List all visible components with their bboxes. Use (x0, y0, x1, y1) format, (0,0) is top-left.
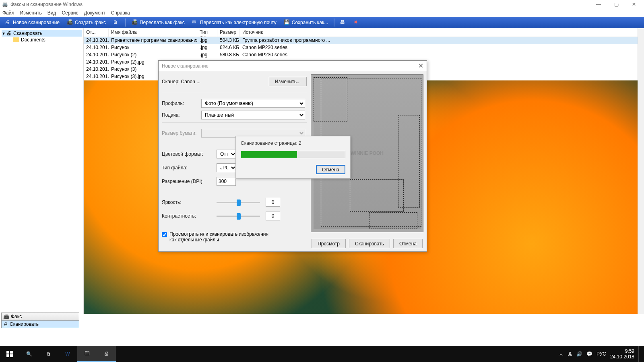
dialog-close-button[interactable]: ✕ (418, 62, 423, 70)
slider-thumb[interactable] (237, 213, 241, 220)
cell-date: 24.10.201... (84, 66, 109, 73)
svg-rect-3 (10, 354, 13, 357)
separate-files-checkbox[interactable] (162, 232, 167, 237)
selection-rect[interactable] (350, 179, 404, 212)
tab-scan[interactable]: 🖨Сканировать (1, 320, 79, 328)
toolbar-forward-email[interactable]: ✉Переслать как электронную почту (190, 18, 279, 27)
vertical-scrollbar[interactable] (638, 28, 644, 314)
profile-select[interactable]: Фото (По умолчанию) (201, 99, 305, 108)
col-header-size[interactable]: Размер (217, 28, 240, 37)
dialog-titlebar: Новое сканирование ✕ (159, 61, 427, 71)
window-controls: — ▢ ✕ (593, 2, 642, 7)
col-header-type[interactable]: Тип фа... (197, 28, 217, 37)
contrast-slider[interactable] (217, 216, 260, 217)
tree-scan-root[interactable]: ▾ 🖨 Сканировать (2, 30, 82, 37)
col-header-name[interactable]: Имя файла (109, 28, 197, 37)
menu-tools[interactable]: Сервис (62, 10, 78, 16)
menu-file[interactable]: Файл (2, 10, 14, 16)
tray-language[interactable]: РУС (597, 351, 606, 357)
color-format-label: Цветовой формат: (162, 151, 217, 157)
cell-type: .jpg (197, 51, 217, 59)
color-format-select[interactable]: Оттенки (217, 150, 237, 158)
list-row[interactable]: 24.10.201...Рисунок.jpg624.6 КБCanon MP2… (84, 44, 644, 51)
toolbar-save-as-label: Сохранить как... (292, 20, 328, 25)
dialog-title-text: Новое сканирование (162, 63, 208, 69)
toolbar-new-scan[interactable]: 🖨Новое сканирование (2, 18, 62, 27)
scanner-icon: 🖨 (5, 19, 11, 26)
cell-size: 504.3 КБ (217, 37, 240, 44)
slider-thumb[interactable] (237, 200, 241, 206)
dialog-footer: Просмотр Сканировать Отмена (312, 239, 423, 248)
tree-child-label: Documents (21, 37, 45, 43)
minimize-button[interactable]: — (593, 2, 604, 7)
toolbar-separator (125, 19, 126, 27)
scan-button[interactable]: Сканировать (349, 239, 390, 248)
maximize-button[interactable]: ▢ (611, 2, 621, 7)
tab-scan-label: Сканировать (10, 321, 39, 327)
contrast-value[interactable]: 0 (266, 212, 280, 220)
list-row[interactable]: 24.10.201...Рисунок (2).jpg580.8 КБCanon… (84, 51, 644, 59)
tray-volume-icon[interactable]: 🔊 (576, 351, 582, 357)
menu-document[interactable]: Документ (84, 10, 105, 16)
separate-files-label: Просмотреть или сканировать изображения … (169, 231, 270, 243)
progress-fill (241, 151, 297, 158)
toolbar-forward-fax-label: Переслать как факс (140, 20, 185, 25)
fax-icon: 📠 (67, 19, 73, 26)
search-button[interactable]: 🔍 (19, 346, 39, 362)
tree-documents[interactable]: Documents (2, 37, 82, 43)
toolbar: 🖨Новое сканирование 📠Создать факс 🗎 📠Пер… (0, 17, 644, 28)
cell-date: 24.10.201... (84, 51, 109, 59)
cell-type: .jpg (197, 44, 217, 51)
tree-root-label: Сканировать (13, 31, 42, 36)
toolbar-new-fax-label: Создать факс (75, 20, 106, 25)
cell-source: Canon MP230 series (240, 51, 644, 59)
dpi-input[interactable] (217, 177, 236, 186)
toolbar-separator (334, 19, 334, 27)
taskbar-fax-scan[interactable]: 🖨 (97, 346, 116, 362)
bottom-tabs: 📠Факс 🖨Сканировать (1, 313, 79, 328)
page-icon: 🗎 (113, 19, 120, 26)
col-header-date[interactable]: От... (84, 28, 109, 37)
progress-cancel-button[interactable]: Отмена (316, 165, 345, 174)
show-desktop-button[interactable] (638, 346, 641, 362)
change-scanner-button[interactable]: Изменить... (269, 77, 307, 86)
scanner-label: Сканер: Canon ... (162, 79, 200, 84)
task-view-button[interactable]: ⧉ (39, 346, 58, 362)
toolbar-new-scan-label: Новое сканирование (13, 20, 60, 25)
cell-name: Рисунок (109, 44, 197, 51)
filetype-select[interactable]: JPG (Рис (217, 163, 237, 172)
cell-date: 24.10.201... (84, 59, 109, 66)
toolbar-forward-fax[interactable]: 📠Переслать как факс (129, 18, 187, 27)
tray-notifications-icon[interactable]: 💬 (586, 351, 592, 357)
toolbar-delete[interactable]: ✖ (351, 18, 363, 27)
taskbar-word[interactable]: W (58, 346, 77, 362)
taskbar-app-1[interactable]: 🗔 (77, 346, 97, 362)
tray-clock[interactable]: 9:59 24.10.2018 (610, 348, 634, 360)
taskbar: 🔍 ⧉ W 🗔 🖨 ︿ 🖧 🔊 💬 РУС 9:59 24.10.2018 (0, 346, 644, 362)
progress-text: Сканирование страницы: 2 (241, 140, 345, 146)
col-header-source[interactable]: Источник (240, 28, 644, 37)
toolbar-blank[interactable]: 🗎 (111, 18, 122, 27)
selection-rect[interactable] (369, 212, 417, 228)
toolbar-save-as[interactable]: 💾Сохранить как... (281, 18, 330, 27)
menu-help[interactable]: Справка (111, 10, 130, 16)
brightness-label: Яркость: (162, 200, 217, 205)
cancel-button[interactable]: Отмена (393, 239, 423, 248)
scan-small-icon: 🖨 (3, 321, 8, 327)
brightness-slider[interactable] (217, 202, 260, 203)
source-label: Подача: (162, 112, 201, 118)
menu-edit[interactable]: Изменить (20, 10, 42, 16)
toolbar-new-fax[interactable]: 📠Создать факс (64, 18, 108, 27)
brightness-value[interactable]: 0 (266, 198, 280, 207)
tray-chevron-icon[interactable]: ︿ (559, 351, 564, 358)
tray-network-icon[interactable]: 🖧 (568, 351, 572, 357)
tab-fax[interactable]: 📠Факс (1, 313, 79, 321)
menu-view[interactable]: Вид (47, 10, 56, 16)
list-row[interactable]: 24.10.201...Приветствие программы сканир… (84, 37, 644, 44)
preview-button[interactable]: Просмотр (312, 239, 346, 248)
close-button[interactable]: ✕ (629, 2, 639, 7)
cell-source: Группа разработчиков программного ... (240, 37, 644, 44)
toolbar-print[interactable]: 🖶 (338, 18, 349, 27)
start-button[interactable] (0, 346, 19, 362)
source-select[interactable]: Планшетный (201, 111, 305, 119)
